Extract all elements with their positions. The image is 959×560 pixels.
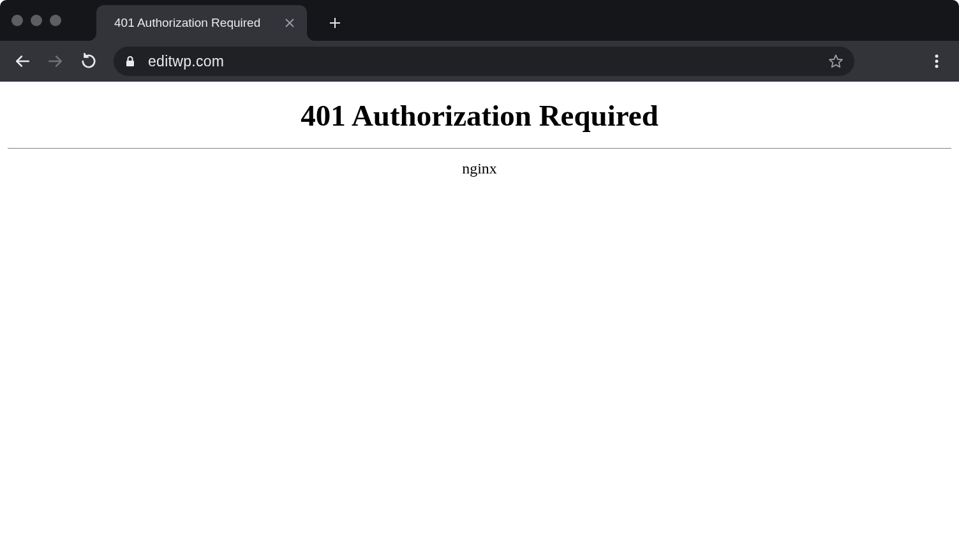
maximize-window-button[interactable]: [50, 15, 61, 26]
address-bar[interactable]: editwp.com: [114, 47, 854, 76]
svg-rect-6: [126, 61, 134, 66]
browser-menu-button[interactable]: [922, 47, 951, 76]
close-tab-icon[interactable]: [284, 17, 295, 29]
browser-chrome: 401 Authorization Required: [0, 0, 959, 82]
close-window-button[interactable]: [11, 15, 23, 26]
page-content: 401 Authorization Required nginx: [0, 82, 959, 560]
tab-title: 401 Authorization Required: [114, 16, 272, 30]
lock-icon[interactable]: [124, 55, 137, 68]
reload-button[interactable]: [74, 47, 103, 76]
browser-toolbar: editwp.com: [0, 41, 959, 82]
error-heading: 401 Authorization Required: [8, 98, 951, 133]
svg-point-9: [935, 60, 939, 63]
minimize-window-button[interactable]: [31, 15, 42, 26]
window-controls: [11, 15, 61, 26]
browser-tab[interactable]: 401 Authorization Required: [96, 5, 307, 41]
new-tab-button[interactable]: [323, 11, 346, 34]
url-text: editwp.com: [148, 53, 816, 70]
svg-marker-7: [829, 55, 842, 68]
back-button[interactable]: [8, 47, 37, 76]
forward-button[interactable]: [41, 47, 70, 76]
svg-point-10: [935, 65, 939, 68]
server-name: nginx: [8, 160, 951, 177]
bookmark-star-icon[interactable]: [828, 53, 844, 70]
tab-strip: 401 Authorization Required: [0, 0, 959, 41]
divider: [8, 148, 951, 149]
svg-point-8: [935, 55, 939, 58]
